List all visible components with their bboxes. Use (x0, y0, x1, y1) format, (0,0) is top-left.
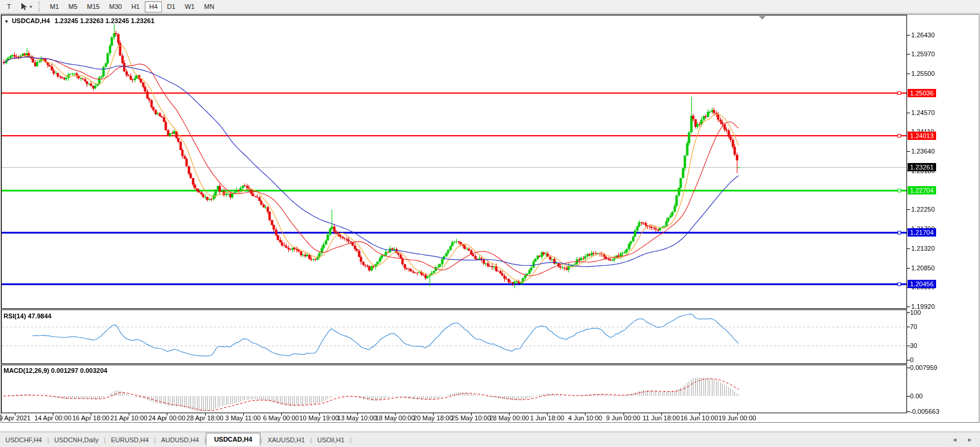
macd-axis-tick: 0.007959 (910, 364, 937, 371)
price-axis-tick: 1.26430 (911, 31, 935, 39)
chart-tab-audusd-h4[interactable]: AUDUSD,H4 (155, 433, 204, 446)
chart-tab-eurusd-h4[interactable]: EURUSD,H4 (106, 433, 154, 446)
timeframe-button-m1[interactable]: M1 (46, 1, 63, 12)
toolbar-separator (39, 2, 42, 11)
price-axis-tick: 1.20850 (911, 264, 935, 272)
cursor-icon (20, 2, 28, 11)
time-axis-label: 21 Apr 10:00 (110, 414, 147, 422)
timeframe-button-h1[interactable]: H1 (127, 1, 144, 12)
time-axis-label: 13 May 10:00 (338, 414, 377, 422)
price-axis-tick: 1.23640 (911, 148, 935, 155)
time-axis-label: 14 Apr 00:00 (34, 414, 71, 422)
timeframe-button-h4[interactable]: H4 (145, 1, 161, 12)
time-axis-label: 16 Apr 18:00 (72, 414, 109, 422)
chart-tab-usdcad-h4[interactable]: USDCAD,H4 (206, 433, 260, 446)
timeframe-button-group: M1M5M15M30H1H4D1W1MN (46, 1, 218, 12)
chart-tab-usdchf-h4[interactable]: USDCHF,H4 (0, 433, 47, 446)
price-axis-tick: 1.24570 (911, 109, 935, 116)
timeframe-button-mn[interactable]: MN (200, 1, 218, 12)
price-axis-tick: 1.25500 (911, 70, 935, 77)
time-axis-label: 25 May 10:00 (451, 414, 491, 422)
rsi-label: RSI(14) 47.9844 (4, 312, 52, 320)
chart-tab-usdcnh-daily[interactable]: USDCNH,Daily (49, 433, 104, 446)
time-axis-label: 19 Jun 00:00 (718, 414, 756, 422)
macd-panel[interactable] (2, 365, 906, 413)
price-axis-tick: 1.22250 (911, 206, 935, 213)
price-level-label-current-price: 1.23261 (908, 163, 936, 171)
timeframe-button-m5[interactable]: M5 (64, 1, 81, 12)
time-axis-label: 6 May 00:00 (263, 414, 299, 422)
time-axis-label: 4 Jun 10:00 (568, 414, 603, 422)
chart-tab-usoil-h1[interactable]: USOil,H1 (312, 433, 350, 446)
rsi-axis-tick: 70 (910, 323, 917, 330)
chart-ohlc-values: 1.23245 1.23263 1.23245 1.23261 (55, 17, 154, 24)
time-axis-label: 20 May 18:00 (413, 414, 453, 422)
chart-symbol: USDCAD,H4 (12, 17, 50, 24)
time-axis-label: 11 Jun 18:00 (642, 414, 680, 422)
time-axis-label: 9 Jun 00:00 (606, 414, 641, 422)
time-axis-label: 24 Apr 00:00 (148, 414, 185, 422)
toolbar: T ▾ M1M5M15M30H1H4D1W1MN (0, 0, 980, 14)
chevron-down-icon: ▾ (30, 4, 32, 9)
macd-axis-tick: -0.005663 (910, 408, 940, 415)
time-axis-label: 28 May 00:00 (489, 414, 529, 422)
time-axis-label: 9 Apr 2021 (0, 414, 31, 422)
rsi-axis-tick: 30 (910, 342, 917, 349)
text-tool-button[interactable]: T (2, 1, 16, 12)
timeframe-button-d1[interactable]: D1 (163, 1, 180, 12)
macd-label: MACD(12,26,9) 0.001297 0.003204 (4, 367, 107, 374)
time-axis-label: 16 Jun 10:00 (680, 414, 718, 422)
cursor-tool-button[interactable]: ▾ (16, 1, 36, 12)
time-axis-label: 3 May 11:00 (225, 414, 261, 422)
timeframe-button-m30[interactable]: M30 (105, 1, 126, 12)
tab-scroll-arrows: ◄ ► (952, 436, 980, 443)
price-level-label-support: 1.20456 (908, 280, 936, 288)
price-level-label-resistance: 1.24013 (908, 132, 936, 140)
price-level-label-resistance: 1.25036 (908, 89, 936, 97)
chart-tab-xauusd-h1[interactable]: XAUUSD,H1 (262, 433, 310, 446)
chart-tab-bar: USDCHF,H4|USDCNH,Daily|EURUSD,H4|AUDUSD,… (0, 432, 980, 447)
timeframe-button-w1[interactable]: W1 (181, 1, 199, 12)
collapse-chart-icon[interactable]: ▼ (4, 19, 9, 24)
price-level-label-support: 1.22704 (908, 186, 936, 194)
price-axis-tick: 1.25970 (911, 50, 935, 58)
time-axis-label: 1 Jun 18:00 (530, 414, 565, 422)
time-axis-label: 28 Apr 18:00 (186, 414, 223, 422)
price-axis-tick: 1.21320 (911, 245, 935, 252)
tab-scroll-right-arrow[interactable]: ► (967, 436, 973, 443)
price-level-label-support: 1.21704 (908, 228, 936, 237)
chart-tabs: USDCHF,H4|USDCNH,Daily|EURUSD,H4|AUDUSD,… (0, 433, 351, 446)
time-axis-label: 18 May 00:00 (376, 414, 415, 422)
rsi-axis-tick: 100 (910, 309, 921, 316)
chart-header: ▼USDCAD,H41.23245 1.23263 1.23245 1.2326… (4, 17, 154, 24)
main-chart-panel[interactable] (2, 15, 906, 308)
time-axis-label: 10 May 19:00 (299, 414, 339, 422)
tab-separator: | (350, 436, 352, 443)
tab-scroll-left-arrow[interactable]: ◄ (952, 436, 957, 443)
macd-axis-tick: 0.00 (910, 392, 922, 400)
timeframe-button-m15[interactable]: M15 (83, 1, 104, 12)
rsi-panel[interactable] (2, 310, 906, 363)
rsi-axis-tick: 0 (910, 356, 914, 363)
